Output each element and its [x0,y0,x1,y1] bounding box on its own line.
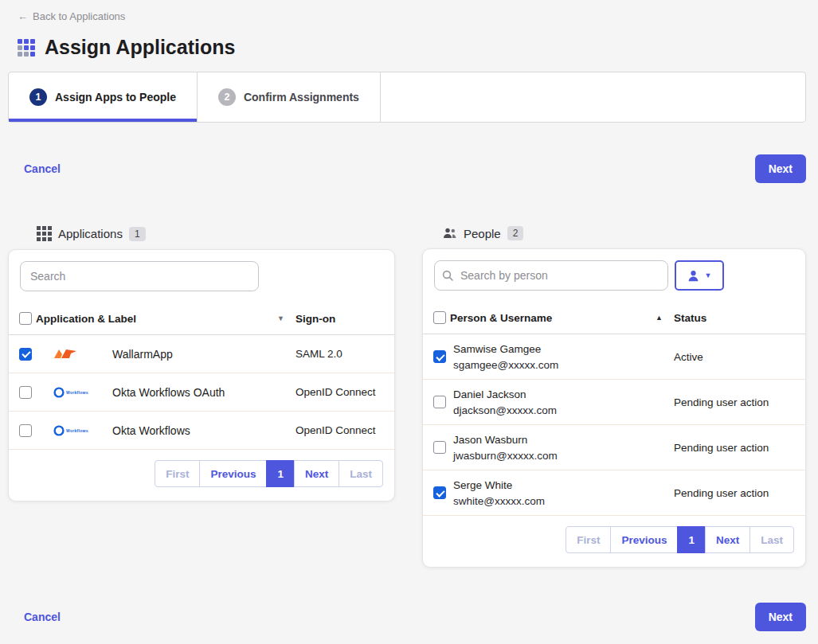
assign-apps-grid-icon [18,39,35,57]
person-row: Daniel Jackson djackson@xxxxx.com Pendin… [423,380,805,425]
okta-workflows-logo-icon: Workflows [53,387,112,398]
tab-assign-apps-to-people[interactable]: 1 Assign Apps to People [9,72,198,122]
cancel-link-bottom[interactable]: Cancel [24,611,61,623]
application-signon: OpenID Connect [295,386,394,398]
step-1-circle: 1 [29,88,47,106]
people-panel: People 2 [422,226,806,568]
assign-applications-page: ← Back to Applications Assign Applicatio… [0,0,818,631]
pagination-previous-button[interactable]: Previous [199,460,267,487]
back-link[interactable]: ← Back to Applications [18,10,125,22]
back-link-label: Back to Applications [33,10,125,22]
application-row: Workflows Okta Workflows OpenID Connect [9,412,394,450]
step-2-circle: 2 [218,88,236,106]
person-row-checkbox[interactable] [433,486,446,499]
person-status: Active [674,351,805,363]
person-row-checkbox[interactable] [433,350,446,363]
application-name: WallarmApp [112,348,173,361]
top-actions-row: Cancel Next [24,154,806,183]
panels-row: Applications 1 Application & Label ▼ Sig… [8,226,806,568]
bottom-actions-row: Cancel Next [24,603,806,631]
application-row-checkbox[interactable] [19,348,32,361]
page-title: Assign Applications [45,36,235,59]
person-status: Pending user action [674,487,805,499]
applications-pagination: First Previous 1 Next Last [9,450,394,501]
people-icon [443,228,457,239]
application-name: Okta Workflows OAuth [112,386,225,399]
column-application-label: Application & Label [36,313,136,325]
select-all-people-checkbox[interactable] [433,311,446,324]
applications-table-header: Application & Label ▼ Sign-on [9,302,394,335]
application-signon: SAML 2.0 [295,348,394,360]
pagination-last-button[interactable]: Last [750,526,794,553]
person-username: djackson@xxxxx.com [453,404,674,416]
people-panel-header: People 2 [443,226,806,240]
applications-panel: Applications 1 Application & Label ▼ Sig… [8,226,395,502]
people-filter-button[interactable]: ▼ [675,260,724,291]
people-search-row: ▼ [423,249,805,302]
back-arrow-icon: ← [18,10,28,22]
person-username: swhite@xxxxx.com [453,495,674,507]
applications-card: Application & Label ▼ Sign-on [8,249,395,502]
application-signon: OpenID Connect [295,424,394,436]
person-status: Pending user action [674,442,805,454]
tab-confirm-assignments[interactable]: 2 Confirm Assignments [198,72,381,122]
people-table-header: Person & Username ▲ Status [423,302,805,334]
application-row-checkbox[interactable] [19,386,32,399]
applications-grid-icon [37,226,52,241]
person-row: Serge White swhite@xxxxx.com Pending use… [423,470,805,516]
pagination-last-button[interactable]: Last [339,460,383,487]
column-sign-on: Sign-on [295,313,394,325]
people-pagination: First Previous 1 Next Last [423,516,805,567]
people-card: ▼ Person & Username ▲ Status [422,248,806,568]
wizard-tabs: 1 Assign Apps to People 2 Confirm Assign… [8,72,806,123]
person-username: jwasburn@xxxxx.com [453,450,674,462]
tab-label: Assign Apps to People [55,91,176,103]
people-count-badge: 2 [507,226,524,240]
person-name: Samwise Gamgee [453,343,674,355]
next-button-top[interactable]: Next [755,154,806,183]
person-row: Jason Wasburn jwasburn@xxxxx.com Pending… [423,425,805,470]
tab-label: Confirm Assignments [244,91,359,103]
pagination-page-1-button[interactable]: 1 [266,460,295,487]
pagination-page-1-button[interactable]: 1 [677,526,706,553]
select-all-applications-checkbox[interactable] [19,312,32,325]
okta-workflows-logo-icon: Workflows [53,425,112,436]
person-icon [687,270,699,282]
application-name: Okta Workflows [112,424,190,437]
cancel-link-top[interactable]: Cancel [24,162,61,175]
applications-count-badge: 1 [129,227,146,241]
okta-workflows-logo-text: Workflows [66,428,88,433]
person-row: Samwise Gamgee sgamgee@xxxxx.com Active [423,334,805,380]
column-status: Status [674,312,805,324]
pagination-next-button[interactable]: Next [294,460,339,487]
pagination-next-button[interactable]: Next [705,526,750,553]
next-button-bottom[interactable]: Next [755,603,806,631]
pagination-previous-button[interactable]: Previous [610,526,678,553]
pagination-first-button[interactable]: First [155,460,200,487]
okta-workflows-logo-text: Workflows [66,390,88,395]
application-row: Workflows Okta Workflows OAuth OpenID Co… [9,373,394,412]
applications-search-row [9,250,394,302]
person-username: sgamgee@xxxxx.com [453,359,674,371]
applications-panel-header: Applications 1 [37,226,395,241]
title-row: Assign Applications [18,36,818,59]
person-name: Serge White [453,479,674,491]
people-search-input[interactable] [434,260,668,291]
chevron-down-icon: ▼ [705,271,712,279]
column-person-username: Person & Username [450,312,552,324]
person-name: Daniel Jackson [453,388,674,400]
applications-panel-title: Applications [58,227,123,240]
person-row-checkbox[interactable] [433,441,446,454]
person-status: Pending user action [674,396,805,408]
people-panel-title: People [464,227,501,240]
pagination-first-button[interactable]: First [566,526,611,553]
application-row: WallarmApp SAML 2.0 [9,335,394,373]
person-row-checkbox[interactable] [433,396,446,408]
sort-caret-down-icon[interactable]: ▼ [277,314,284,322]
person-name: Jason Wasburn [453,434,674,446]
sort-caret-up-icon[interactable]: ▲ [656,314,663,322]
wallarm-logo-icon [53,348,112,360]
application-row-checkbox[interactable] [19,424,32,437]
applications-search-input[interactable] [20,261,259,291]
